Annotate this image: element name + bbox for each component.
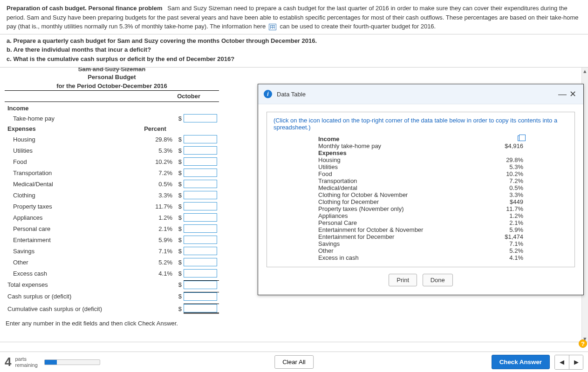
- expense-input-8[interactable]: [184, 224, 217, 233]
- question-c: c. What is the cumulative cash surplus o…: [7, 55, 234, 62]
- prev-button[interactable]: ◀: [555, 355, 569, 369]
- surplus-input[interactable]: [184, 292, 217, 301]
- sub-questions: a. Prepare a quarterly cash budget for S…: [0, 34, 588, 68]
- check-answer-button[interactable]: Check Answer: [492, 355, 550, 369]
- dt-val: $449: [486, 198, 523, 205]
- budget-subtitle: for the Period October-December 2016: [5, 81, 219, 91]
- dt-key: Property taxes (November only): [318, 205, 486, 212]
- dt-val: 5.2%: [486, 247, 523, 254]
- expense-label: Transportation: [5, 169, 138, 176]
- copy-note: (Click on the icon located on the top-ri…: [273, 117, 568, 131]
- expense-input-12[interactable]: [184, 269, 217, 277]
- expense-label: Housing: [5, 136, 138, 143]
- minimize-icon[interactable]: —: [557, 89, 567, 99]
- data-table: Income Monthly take-home pay$4,916 Expen…: [318, 135, 523, 261]
- cum-surplus-input[interactable]: [184, 304, 217, 312]
- total-expenses-label: Total expenses: [5, 281, 138, 288]
- close-icon[interactable]: ✕: [567, 89, 578, 99]
- dt-val: 2.1%: [486, 219, 523, 226]
- clear-all-button[interactable]: Clear All: [274, 355, 314, 369]
- modal-title: Data Table: [277, 91, 557, 98]
- dt-key: Savings: [318, 240, 486, 247]
- expense-percent: 2.1%: [138, 225, 175, 232]
- dt-expenses-head: Expenses: [318, 149, 486, 156]
- dt-key: Excess in cash: [318, 254, 486, 261]
- expense-input-6[interactable]: [184, 202, 217, 210]
- expense-percent: 0.5%: [138, 181, 175, 188]
- expense-percent: 10.2%: [138, 158, 175, 165]
- dt-key: Medical/dental: [318, 184, 486, 191]
- expense-label: Utilities: [5, 147, 138, 154]
- expense-input-5[interactable]: [184, 191, 217, 199]
- expense-input-11[interactable]: [184, 258, 217, 266]
- expense-input-10[interactable]: [184, 247, 217, 255]
- expense-label: Clothing: [5, 192, 138, 199]
- take-home-input[interactable]: [184, 114, 217, 122]
- expense-percent: 7.2%: [138, 169, 175, 176]
- data-table-icon[interactable]: [269, 24, 276, 30]
- question-a: a. Prepare a quarterly cash budget for S…: [7, 37, 317, 44]
- bottom-bar: 4 parts remaining Clear All Check Answer…: [0, 352, 588, 372]
- next-button[interactable]: ▶: [569, 355, 583, 369]
- problem-title: Preparation of cash budget. Personal fin…: [7, 5, 162, 12]
- expense-input-9[interactable]: [184, 236, 217, 244]
- dt-val: 11.7%: [486, 205, 523, 212]
- dt-key: Clothing for December: [318, 198, 486, 205]
- total-expenses-input[interactable]: [184, 281, 217, 289]
- dt-key: Housing: [318, 156, 486, 163]
- dt-key: Utilities: [318, 163, 486, 170]
- dt-val: 3.3%: [486, 191, 523, 198]
- cum-surplus-label: Cumulative cash surplus or (deficit): [5, 305, 138, 312]
- expense-percent: 3.3%: [138, 192, 175, 199]
- expense-input-7[interactable]: [184, 213, 217, 222]
- parts-label-2: remaining: [15, 362, 37, 368]
- take-home-label: Take-home pay: [5, 115, 138, 122]
- expense-label: Excess cash: [5, 270, 138, 277]
- expense-input-4[interactable]: [184, 180, 217, 188]
- expense-percent: 1.2%: [138, 214, 175, 221]
- income-header: Income: [5, 102, 219, 113]
- info-icon: i: [264, 90, 272, 98]
- dt-val: 7.1%: [486, 240, 523, 247]
- month-header: October: [5, 91, 219, 102]
- expense-percent: 4.1%: [138, 270, 175, 277]
- expense-input-2[interactable]: [184, 157, 217, 166]
- dt-key: Food: [318, 170, 486, 177]
- done-button[interactable]: Done: [423, 274, 453, 286]
- scroll-up-icon[interactable]: ▴: [582, 68, 588, 74]
- expense-percent: 11.7%: [138, 203, 175, 210]
- parts-label-1: parts: [15, 356, 37, 362]
- dt-val: 7.2%: [486, 177, 523, 184]
- expense-percent: 5.3%: [138, 147, 175, 154]
- help-icon[interactable]: ?: [579, 339, 587, 348]
- data-table-modal: i Data Table — ✕ (Click on the icon loca…: [258, 84, 584, 295]
- expenses-header: Expenses: [5, 125, 138, 132]
- budget-worksheet: Sam and Suzy Sizeman Personal Budget for…: [5, 68, 219, 315]
- expense-label: Food: [5, 158, 138, 165]
- dt-val: 1.2%: [486, 212, 523, 219]
- dt-key: Personal Care: [318, 219, 486, 226]
- dt-val: 5.9%: [486, 226, 523, 233]
- expense-label: Entertainment: [5, 237, 138, 243]
- expense-percent: 29.8%: [138, 136, 175, 143]
- dt-key: Entertainment for October & November: [318, 226, 486, 233]
- copy-table-icon[interactable]: [518, 135, 523, 141]
- problem-statement: Preparation of cash budget. Personal fin…: [0, 0, 588, 34]
- dt-key: Appliances: [318, 212, 486, 219]
- expense-label: Savings: [5, 248, 138, 255]
- dt-key: Other: [318, 247, 486, 254]
- dt-val: 10.2%: [486, 170, 523, 177]
- expense-percent: 5.2%: [138, 259, 175, 266]
- expense-label: Appliances: [5, 214, 138, 221]
- print-button[interactable]: Print: [389, 274, 417, 286]
- expense-input-1[interactable]: [184, 146, 217, 155]
- dt-key: Entertainment for December: [318, 233, 486, 240]
- expense-label: Medical/Dental: [5, 181, 138, 188]
- dt-val: 4.1%: [486, 254, 523, 261]
- dt-income-head: Income: [318, 135, 486, 142]
- expense-label: Other: [5, 259, 138, 266]
- expense-percent: 5.9%: [138, 237, 175, 243]
- surplus-label: Cash surplus or (deficit): [5, 293, 138, 300]
- expense-input-3[interactable]: [184, 169, 217, 177]
- expense-input-0[interactable]: [184, 135, 217, 143]
